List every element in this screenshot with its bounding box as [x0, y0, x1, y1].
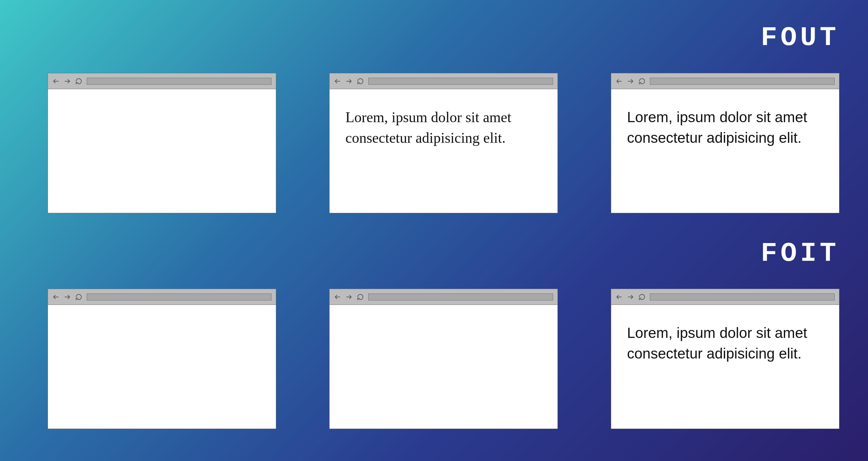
arrow-right-icon: [345, 78, 352, 85]
arrow-left-icon: [52, 78, 59, 85]
body-text-sans: Lorem, ipsum dolor sit amet consectetur …: [627, 323, 823, 364]
url-bar: [87, 78, 272, 85]
browser-chrome: [48, 289, 276, 305]
url-bar: [87, 294, 272, 300]
reload-icon: [639, 294, 646, 300]
url-bar: [368, 78, 553, 85]
arrow-left-icon: [616, 78, 623, 85]
browser-body: Lorem, ipsum dolor sit amet consectetur …: [330, 89, 558, 213]
foit-label: FOIT: [761, 238, 839, 269]
browser-chrome: [611, 289, 839, 305]
url-bar: [368, 294, 553, 300]
arrow-left-icon: [334, 294, 341, 300]
browser-body: Lorem, ipsum dolor sit amet consectetur …: [611, 305, 839, 429]
reload-icon: [75, 294, 82, 300]
browser-body: Lorem, ipsum dolor sit amet consectetur …: [611, 89, 839, 213]
reload-icon: [75, 78, 82, 85]
reload-icon: [357, 78, 364, 85]
browser-body: [48, 89, 276, 213]
browser-chrome: [330, 289, 558, 305]
url-bar: [650, 294, 835, 300]
browser-chrome: [48, 73, 276, 89]
browser-window: Lorem, ipsum dolor sit amet consectetur …: [611, 289, 839, 429]
browser-window: Lorem, ipsum dolor sit amet consectetur …: [329, 73, 558, 213]
browser-chrome: [330, 73, 558, 89]
arrow-left-icon: [52, 294, 59, 300]
arrow-right-icon: [627, 78, 634, 85]
fout-row: Lorem, ipsum dolor sit amet consectetur …: [48, 73, 839, 213]
body-text-sans: Lorem, ipsum dolor sit amet consectetur …: [627, 107, 823, 149]
url-bar: [650, 78, 835, 85]
arrow-right-icon: [64, 294, 71, 300]
browser-body: [330, 305, 558, 429]
browser-body: [48, 305, 276, 429]
arrow-right-icon: [64, 78, 71, 85]
diagram-canvas: FOUT FOIT Lorem, ipsum dolor sit amet: [0, 0, 868, 461]
arrow-right-icon: [345, 294, 352, 300]
fout-label: FOUT: [761, 22, 839, 53]
reload-icon: [639, 78, 646, 85]
browser-window: Lorem, ipsum dolor sit amet consectetur …: [611, 73, 839, 213]
browser-window: [329, 289, 558, 429]
arrow-left-icon: [334, 78, 341, 85]
browser-window: [48, 289, 276, 429]
arrow-left-icon: [616, 294, 623, 300]
foit-row: Lorem, ipsum dolor sit amet consectetur …: [48, 289, 839, 429]
browser-window: [48, 73, 276, 213]
browser-chrome: [611, 73, 839, 89]
reload-icon: [357, 294, 364, 300]
arrow-right-icon: [627, 294, 634, 300]
body-text-serif: Lorem, ipsum dolor sit amet consectetur …: [345, 107, 541, 149]
